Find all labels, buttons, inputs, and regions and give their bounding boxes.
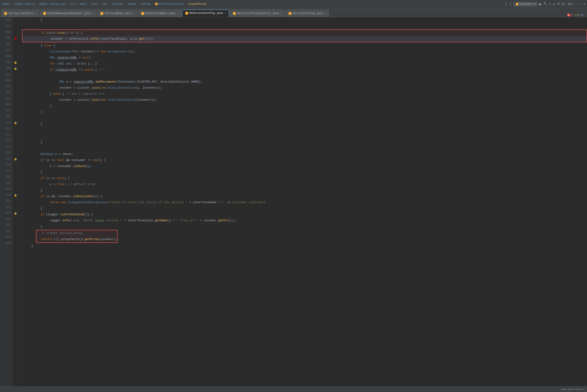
code-line-611 xyxy=(22,133,587,139)
tab-icon-service-bean xyxy=(100,12,104,15)
tab-close-abstract-proxy[interactable]: ✕ xyxy=(280,12,282,15)
git-label: Git: xyxy=(568,2,574,6)
crumb-dubbo[interactable]: dubbo xyxy=(2,2,10,6)
tabs-bar: spring.handlers ✕ DubboNamespaceHandler.… xyxy=(0,8,587,17)
info-count: 7 xyxy=(582,14,584,17)
tab-service-config[interactable]: ServiceConfig.java ✕ xyxy=(286,10,329,17)
crumb-java[interactable]: java xyxy=(91,2,98,6)
breadcrumb-bar: dubbo › dubbo-config › dubbo-config-api … xyxy=(0,0,587,8)
code-line-598: URL registryURL = null ; xyxy=(22,55,587,61)
code-line-594: if ( urls.size() == 1 ) { xyxy=(22,30,586,36)
tab-spring-handlers[interactable]: spring.handlers ✕ xyxy=(1,10,40,17)
tab-icon-abstract-proxy xyxy=(233,12,236,15)
nav-back-icon[interactable]: ⟨ xyxy=(505,2,508,7)
code-line-620: } xyxy=(22,188,587,194)
code-line-608 xyxy=(22,115,587,121)
code-line-599: for ( URL url : urls) {...} xyxy=(22,61,587,67)
code-line-616: c = consumer . isCheck (); xyxy=(22,163,587,169)
code-scroll[interactable]: 592 593 594 595 596 597 598 599 600 601 … xyxy=(0,17,587,392)
code-line-623: } xyxy=(22,206,587,212)
warn-count-badge[interactable]: ⚠ 3 xyxy=(575,14,579,17)
nav-fwd-icon[interactable]: ⟩ xyxy=(509,2,512,7)
code-line-593 xyxy=(22,23,587,29)
code-line-610 xyxy=(22,127,587,133)
tab-icon-spring xyxy=(4,12,7,15)
tab-label-reference-config: ReferenceConfig.java xyxy=(190,12,223,15)
red-box-return: // create service proxy return ( T ) pro… xyxy=(36,230,118,243)
crumb-dubbo-config-api[interactable]: dubbo-config-api xyxy=(39,2,66,6)
tab-icon-service-config xyxy=(288,12,292,15)
code-line-607: } xyxy=(22,109,587,115)
tab-icon-reference-bean xyxy=(141,12,144,15)
error-badge[interactable]: ⛔ 1 xyxy=(567,14,573,17)
crumb-file[interactable]: ReferenceConfig xyxy=(155,2,184,6)
code-area: 592 593 594 595 596 597 598 599 600 601 … xyxy=(0,17,587,392)
crumb-config[interactable]: config xyxy=(140,2,150,6)
code-line-596: } else { xyxy=(22,43,587,49)
crumb-dubbo-config[interactable]: dubbo-config xyxy=(14,2,34,6)
time-icon[interactable]: ⏱ xyxy=(557,2,560,6)
git-check1: ✓ xyxy=(576,2,578,6)
git-x: ✗ xyxy=(584,2,585,6)
code-line-595: invoker = refprotocol . refer ( interfac… xyxy=(22,36,586,42)
tab-icon-dubbo-ns xyxy=(43,12,46,15)
code-line-614: Boolean c = check ; xyxy=(22,151,587,157)
consumer-arrow: ▼ xyxy=(534,2,535,6)
info-badge[interactable]: ℹ 7 xyxy=(581,14,584,17)
code-line-621: if ( c && ! invoker . isAvailable ()) { xyxy=(22,194,587,200)
tab-reference-config[interactable]: ReferenceConfig.java ✕ xyxy=(182,10,229,17)
tab-dubbo-namespace[interactable]: DubboNamespaceHandler.java ✕ xyxy=(40,10,97,17)
tab-service-bean[interactable]: ServiceBean.java ✕ xyxy=(97,10,137,17)
crumb-src[interactable]: src xyxy=(70,2,76,6)
code-line-597: List < Invoker <?>> invokers = new Array… xyxy=(22,49,587,55)
tab-label-reference-bean: ReferenceBean.java xyxy=(146,12,176,15)
red-box-group: if ( urls.size() == 1 ) { invoker = refp… xyxy=(22,30,587,42)
gutter: 🔒 🔒 🔒 🔒 🔒 🔒 xyxy=(13,17,18,392)
tab-label-service-config: ServiceConfig.java xyxy=(293,12,323,15)
crumb-com[interactable]: com xyxy=(102,2,107,6)
crumb-alibaba[interactable]: alibaba xyxy=(112,2,123,6)
run-button[interactable]: ▶ xyxy=(540,2,542,6)
code-line-592: } xyxy=(22,17,587,23)
code-line-603: invoker = cluster . join ( new StaticDir… xyxy=(22,85,587,91)
tab-label-service-bean: ServiceBean.java xyxy=(105,12,131,15)
code-line-617: } xyxy=(22,169,587,175)
tab-reference-bean[interactable]: ReferenceBean.java ✕ xyxy=(138,10,182,17)
gutter-lock-609: 🔒 xyxy=(14,121,17,124)
code-line-612: } xyxy=(22,139,587,145)
tab-close-reference-bean[interactable]: ✕ xyxy=(177,12,178,15)
tab-close-service-bean[interactable]: ✕ xyxy=(133,12,134,15)
consumer-icon xyxy=(516,3,518,6)
coverage-icon[interactable]: ☂ xyxy=(549,2,551,6)
tab-close-dubbo-ns[interactable]: ✕ xyxy=(92,12,94,15)
code-line-609: } xyxy=(22,121,587,127)
status-bar: CSDN @BraveHeart xyxy=(0,386,587,392)
gutter-lock-599: 🔒 xyxy=(14,61,17,64)
tab-close-spring[interactable]: ✕ xyxy=(35,12,36,15)
crumb-dubbo2[interactable]: dubbo xyxy=(128,2,136,6)
tab-label-abstract-proxy: AbstractProxyFactory.java xyxy=(237,12,279,15)
code-line-601 xyxy=(22,73,587,79)
code-line-615: if ( c == null && consumer != null ) { xyxy=(22,157,587,163)
status-right: CSDN @BraveHeart xyxy=(560,388,585,391)
tab-icon-reference-config xyxy=(185,12,188,15)
refresh-icon[interactable]: ↻ xyxy=(553,2,555,6)
tab-close-reference-config[interactable]: ✕ xyxy=(224,12,226,14)
breakpoint-595[interactable] xyxy=(14,37,17,40)
crumb-method: createProxy xyxy=(188,2,206,6)
gutter-lock-621: 🔒 xyxy=(14,194,17,197)
warn-icon: ⚠ xyxy=(575,14,576,17)
code-line-604: } else { // not a registry url xyxy=(22,91,587,97)
code-line-622: throw new IllegalStateException ( "Faile… xyxy=(22,200,587,206)
code-content: } if ( urls.size() == 1 ) { inv xyxy=(18,17,587,392)
tab-abstract-proxy[interactable]: AbstractProxyFactory.java ✕ xyxy=(230,10,285,17)
warn-count: 3 xyxy=(577,14,579,17)
code-line-619: c = true ; // default true xyxy=(22,182,587,188)
code-line-625: logger . info ( msg: "Refer dubbo servic… xyxy=(22,218,587,224)
code-line-613 xyxy=(22,145,587,151)
settings-icon[interactable]: ⚙ xyxy=(562,2,564,6)
build-icon[interactable]: 🔨 xyxy=(544,2,547,6)
crumb-main[interactable]: main xyxy=(80,2,86,6)
tab-close-service-config[interactable]: ✕ xyxy=(324,12,326,15)
consumer-dropdown[interactable]: Consumer ▼ xyxy=(514,2,538,6)
